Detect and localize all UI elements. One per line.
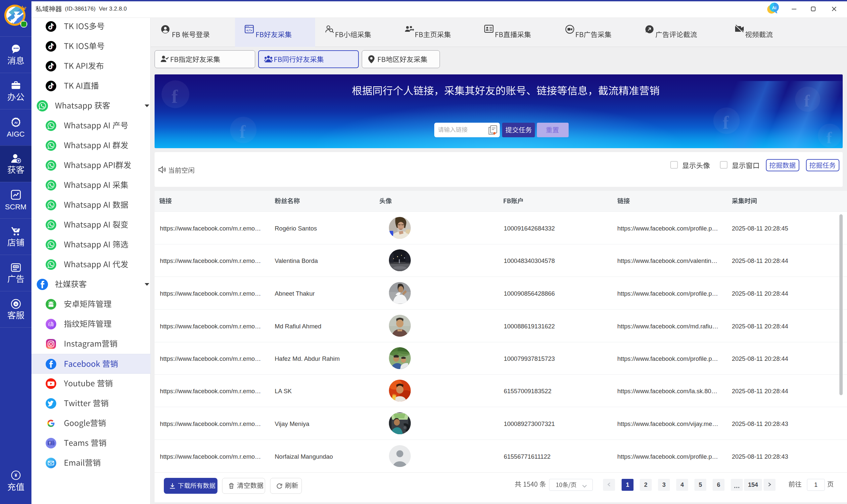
svg-text:AI: AI	[14, 121, 18, 124]
svg-text:</>: </>	[246, 29, 252, 32]
svg-text:AI: AI	[15, 303, 17, 305]
svg-text:Ai: Ai	[772, 5, 777, 10]
svg-text:ADS: ADS	[13, 266, 18, 268]
svg-text:¥: ¥	[15, 472, 17, 478]
svg-text:T: T	[49, 442, 51, 445]
